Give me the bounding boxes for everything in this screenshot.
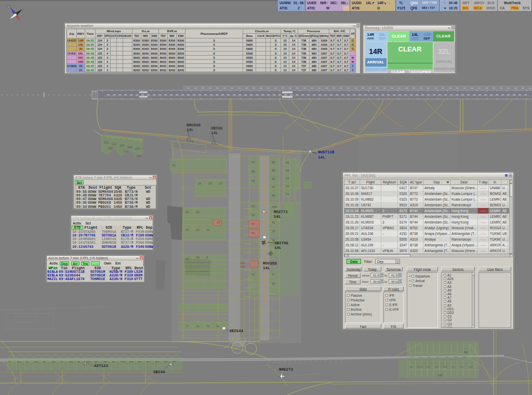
svg-text:78: 78	[196, 325, 200, 328]
svg-text:121: 121	[104, 141, 109, 144]
svg-text:14L: 14L	[263, 266, 270, 270]
svg-text:14L: 14L	[318, 155, 325, 160]
svg-text:AZT123: AZT123	[94, 364, 109, 368]
svg-text:M24: M24	[469, 366, 473, 368]
svg-text:G5: G5	[95, 361, 98, 363]
svg-text:14L: 14L	[274, 215, 281, 219]
svg-text:27: 27	[219, 182, 222, 186]
svg-text:24: 24	[198, 182, 202, 186]
svg-text:G13: G13	[155, 361, 159, 363]
svg-text:33: 33	[172, 164, 176, 167]
svg-text:75: 75	[206, 325, 210, 328]
svg-text:122: 122	[112, 143, 116, 146]
svg-text:G4: G4	[60, 361, 63, 363]
svg-text:14L: 14L	[274, 246, 282, 250]
svg-text:83: 83	[286, 177, 289, 180]
svg-text:82: 82	[286, 185, 289, 188]
svg-text:9: 9	[206, 256, 208, 259]
svg-text:MOZ771: MOZ771	[274, 210, 288, 214]
svg-text:G2: G2	[26, 361, 29, 363]
svg-text:128: 128	[136, 155, 141, 158]
svg-text:54: 54	[251, 179, 255, 183]
svg-text:SBI544: SBI544	[229, 329, 244, 333]
svg-text:M18: M18	[426, 366, 430, 368]
svg-text:61: 61	[251, 273, 255, 276]
svg-text:85: 85	[286, 161, 289, 165]
svg-text:SBI795: SBI795	[274, 241, 289, 245]
svg-text:39: 39	[272, 230, 275, 233]
svg-text:M19: M19	[435, 366, 439, 368]
svg-text:130: 130	[108, 147, 113, 150]
svg-text:G1: G1	[9, 361, 11, 363]
svg-text:36: 36	[272, 282, 275, 286]
svg-text:53: 53	[251, 170, 255, 174]
svg-text:19: 19	[196, 210, 200, 214]
svg-text:SBI44: SBI44	[153, 370, 165, 374]
svg-text:57: 57	[251, 222, 255, 226]
svg-text:M13: M13	[464, 351, 468, 354]
svg-text:58: 58	[251, 231, 255, 235]
svg-text:NHE273: NHE273	[279, 367, 294, 372]
svg-text:M21: M21	[452, 366, 456, 368]
svg-text:G14: G14	[164, 361, 168, 363]
svg-text:G5A: G5A	[86, 361, 90, 363]
svg-text:43A: 43A	[272, 205, 277, 209]
svg-text:17: 17	[217, 221, 220, 225]
svg-text:50: 50	[272, 161, 275, 164]
svg-text:G10A: G10A	[121, 361, 126, 363]
svg-text:12: 12	[185, 257, 189, 261]
svg-text:A30: A30	[438, 374, 442, 377]
svg-text:74: 74	[216, 325, 219, 328]
svg-text:124: 124	[127, 146, 132, 149]
svg-text:80B: 80B	[240, 266, 245, 269]
svg-text:41: 41	[272, 221, 275, 225]
svg-text:37: 37	[272, 273, 275, 276]
svg-text:G3: G3	[43, 361, 46, 363]
svg-text:55: 55	[251, 205, 255, 208]
svg-text:G3A: G3A	[52, 361, 56, 363]
svg-text:49: 49	[272, 169, 275, 173]
svg-text:48: 48	[272, 177, 275, 181]
svg-text:52: 52	[251, 161, 255, 164]
svg-text:56: 56	[251, 214, 255, 217]
svg-text:84: 84	[286, 169, 289, 173]
svg-text:G1A: G1A	[17, 361, 21, 363]
svg-text:81: 81	[286, 192, 289, 196]
svg-text:14L: 14L	[211, 131, 218, 135]
svg-text:G12: G12	[147, 361, 151, 363]
svg-text:10A: 10A	[240, 262, 245, 265]
svg-text:G4A: G4A	[69, 361, 73, 363]
svg-text:M20: M20	[443, 366, 447, 368]
svg-text:G8: G8	[112, 361, 115, 363]
svg-text:45: 45	[272, 194, 275, 198]
svg-text:123: 123	[119, 144, 124, 148]
svg-text:11: 11	[206, 228, 210, 232]
svg-text:20: 20	[185, 210, 189, 214]
svg-text:125: 125	[135, 148, 140, 151]
svg-text:23: 23	[208, 182, 212, 186]
svg-text:15: 15	[185, 228, 189, 232]
svg-text:M17A: M17A	[418, 366, 423, 368]
svg-text:10: 10	[196, 256, 200, 259]
svg-text:G11: G11	[138, 361, 142, 363]
svg-text:BRU988: BRU988	[187, 123, 201, 127]
svg-text:G9: G9	[77, 361, 80, 363]
svg-text:SBI65: SBI65	[211, 126, 223, 130]
svg-text:MOV355: MOV355	[263, 261, 277, 266]
svg-text:77: 77	[185, 325, 189, 328]
svg-text:16: 16	[196, 228, 200, 232]
svg-text:47: 47	[272, 186, 275, 189]
svg-text:14L: 14L	[187, 128, 194, 132]
svg-text:G6A: G6A	[103, 361, 108, 363]
svg-text:M16: M16	[409, 366, 413, 368]
svg-text:G15: G15	[172, 361, 177, 363]
svg-text:1•1: 1•1	[124, 150, 128, 153]
svg-text:M22: M22	[460, 366, 464, 368]
svg-text:NUS711B: NUS711B	[318, 150, 335, 154]
svg-text:G2A: G2A	[34, 361, 38, 363]
svg-text:G10: G10	[129, 361, 134, 363]
